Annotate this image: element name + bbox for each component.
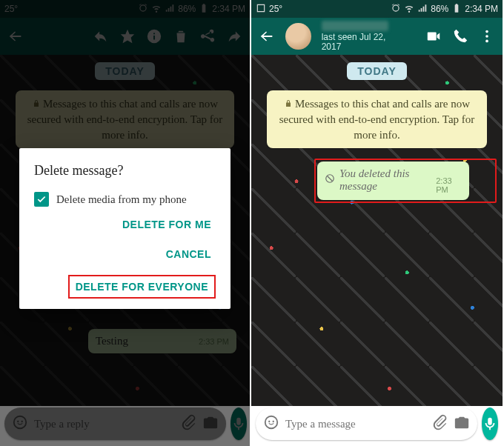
contact-name-blurred xyxy=(322,21,388,31)
checkbox-label: Delete media from my phone xyxy=(56,193,187,206)
delete-dialog: Delete message? Delete media from my pho… xyxy=(19,148,231,309)
encryption-notice[interactable]: Messages to this chat and calls are now … xyxy=(267,90,487,148)
battery-icon xyxy=(451,3,462,16)
emoji-icon[interactable] xyxy=(263,414,279,433)
alarm-icon xyxy=(391,3,401,16)
video-call-icon[interactable] xyxy=(425,28,442,44)
last-seen: last seen Jul 22, 2017 xyxy=(322,33,405,52)
signal-icon xyxy=(417,3,428,16)
highlight-frame: You deleted this message 2:33 PM xyxy=(314,159,497,203)
encryption-text: Messages to this chat and calls are now … xyxy=(279,98,475,141)
checkbox-icon[interactable] xyxy=(34,192,49,207)
attach-icon[interactable] xyxy=(431,414,448,433)
delete-for-everyone-button[interactable]: DELETE FOR EVERYONE xyxy=(68,275,216,299)
message-input[interactable] xyxy=(285,418,425,430)
date-chip: TODAY xyxy=(347,62,406,80)
status-bar: 25° 86% 2:34 PM xyxy=(251,0,503,18)
back-icon[interactable] xyxy=(259,28,275,44)
svg-point-1 xyxy=(485,35,488,38)
status-battery-pct: 86% xyxy=(431,4,448,14)
input-pill[interactable] xyxy=(256,407,477,440)
wifi-icon xyxy=(404,3,414,16)
deleted-message-bubble[interactable]: You deleted this message 2:33 PM xyxy=(317,162,469,200)
svg-point-2 xyxy=(485,40,488,43)
phone-right: 25° 86% 2:34 PM last seen Jul 22, 2017 T… xyxy=(251,0,503,446)
screenshot-icon xyxy=(256,3,266,16)
chat-area: TODAY Messages to this chat and calls ar… xyxy=(251,55,503,406)
more-icon[interactable] xyxy=(479,28,495,44)
camera-icon[interactable] xyxy=(454,414,470,433)
avatar[interactable] xyxy=(285,23,311,50)
lock-icon xyxy=(284,99,293,110)
message-time: 2:33 PM xyxy=(436,176,461,194)
dialog-title: Delete message? xyxy=(34,163,216,179)
status-time: 2:34 PM xyxy=(465,4,498,14)
contact-info[interactable]: last seen Jul 22, 2017 xyxy=(322,21,405,52)
chat-action-bar: last seen Jul 22, 2017 xyxy=(251,18,503,55)
phone-left: 25° 86% 2:34 PM TODAY Messages to this c… xyxy=(0,0,251,446)
delete-for-me-button[interactable]: DELETE FOR ME xyxy=(118,216,216,233)
cancel-button[interactable]: CANCEL xyxy=(162,245,216,263)
svg-point-0 xyxy=(485,30,488,33)
mic-button[interactable] xyxy=(482,407,498,440)
block-icon xyxy=(325,173,335,187)
input-bar xyxy=(256,407,498,440)
status-temp: 25° xyxy=(269,4,282,14)
delete-media-checkbox-row[interactable]: Delete media from my phone xyxy=(34,192,216,207)
deleted-message-text: You deleted this message xyxy=(339,167,430,193)
voice-call-icon[interactable] xyxy=(452,28,468,44)
